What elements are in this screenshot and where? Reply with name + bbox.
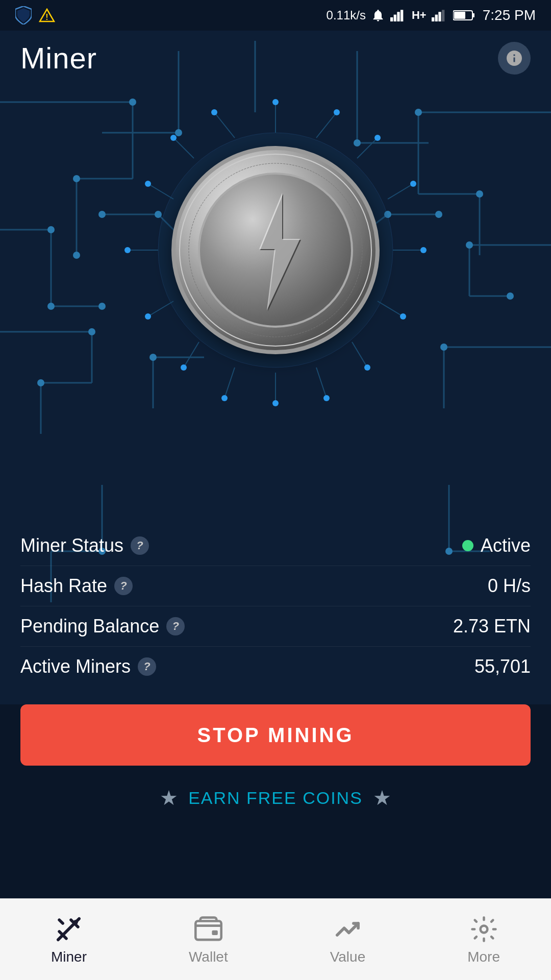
- miner-nav-icon: [54, 914, 84, 945]
- miner-status-help[interactable]: ?: [131, 536, 149, 555]
- svg-point-92: [420, 247, 427, 253]
- svg-rect-111: [212, 930, 217, 935]
- svg-point-100: [124, 247, 131, 253]
- value-nav-label: Value: [330, 949, 366, 965]
- page-title: Miner: [20, 41, 97, 75]
- svg-point-112: [480, 926, 487, 933]
- earn-free-coins-text: EARN FREE COINS: [188, 788, 363, 808]
- value-nav-icon: [332, 914, 363, 945]
- pending-balance-value: 2.73 ETN: [453, 616, 531, 637]
- svg-point-55: [415, 109, 422, 116]
- svg-text:!: !: [45, 13, 48, 21]
- svg-point-95: [323, 395, 330, 401]
- pending-balance-help[interactable]: ?: [166, 617, 185, 635]
- wallet-nav-icon: [193, 914, 223, 945]
- svg-point-50: [73, 175, 80, 182]
- active-miners-help[interactable]: ?: [138, 657, 156, 676]
- svg-point-93: [400, 313, 406, 320]
- active-miners-label: Active Miners ?: [20, 656, 156, 677]
- network-speed: 0.11k/s: [327, 8, 366, 22]
- active-miners-row: Active Miners ? 55,701: [20, 647, 531, 687]
- stop-mining-button[interactable]: STOP MINING: [20, 704, 531, 766]
- signal-icon-1: [390, 9, 407, 21]
- earn-star-right: ★: [373, 786, 391, 810]
- svg-point-51: [47, 226, 55, 233]
- svg-point-56: [476, 190, 483, 198]
- svg-point-57: [466, 241, 473, 249]
- earn-star-left: ★: [160, 786, 178, 810]
- pending-balance-label: Pending Balance ?: [20, 616, 185, 637]
- svg-point-54: [37, 379, 44, 386]
- svg-point-90: [374, 135, 381, 141]
- info-button[interactable]: [498, 42, 531, 75]
- svg-point-66: [73, 252, 80, 259]
- hash-rate-value: 0 H/s: [488, 575, 531, 597]
- svg-point-58: [440, 344, 447, 351]
- pending-balance-row: Pending Balance ? 2.73 ETN: [20, 606, 531, 647]
- info-icon: [505, 49, 523, 67]
- hash-rate-label: Hash Rate ?: [20, 575, 133, 597]
- svg-point-101: [145, 181, 151, 187]
- more-nav-label: More: [467, 949, 500, 965]
- more-nav-icon: [468, 914, 499, 945]
- svg-point-96: [272, 400, 279, 406]
- svg-rect-5: [432, 17, 434, 21]
- svg-point-99: [145, 313, 151, 320]
- svg-point-68: [98, 211, 106, 218]
- svg-point-69: [435, 211, 442, 218]
- svg-point-49: [129, 99, 136, 106]
- nav-item-value[interactable]: Value: [310, 909, 386, 970]
- svg-rect-10: [472, 13, 474, 17]
- hash-rate-row: Hash Rate ? 0 H/s: [20, 566, 531, 606]
- battery-icon: [453, 9, 475, 21]
- svg-point-91: [410, 181, 416, 187]
- action-section: STOP MINING ★ EARN FREE COINS ★: [0, 704, 551, 810]
- warning-icon: !: [39, 8, 55, 22]
- svg-point-67: [98, 303, 106, 310]
- stats-section: Miner Status ? Active Hash Rate ? 0 H/s …: [0, 516, 551, 697]
- svg-rect-7: [438, 12, 441, 21]
- svg-rect-3: [397, 12, 399, 21]
- svg-point-94: [364, 364, 370, 371]
- svg-point-88: [272, 99, 279, 105]
- bottom-nav: Miner Wallet Value: [0, 898, 551, 980]
- svg-point-97: [221, 395, 228, 401]
- svg-point-52: [47, 303, 55, 310]
- wallet-nav-label: Wallet: [189, 949, 228, 965]
- svg-rect-8: [442, 10, 444, 21]
- svg-point-53: [88, 328, 95, 335]
- status-bar-right: 0.11k/s H+ 7:25 PM: [327, 7, 536, 23]
- svg-point-59: [175, 129, 182, 136]
- miner-status-row: Miner Status ? Active: [20, 526, 531, 566]
- active-miners-value: 55,701: [474, 656, 531, 677]
- status-bar-left: !: [15, 6, 55, 24]
- nav-item-wallet[interactable]: Wallet: [168, 909, 248, 970]
- miner-status-label: Miner Status ?: [20, 535, 149, 556]
- network-type: H+: [412, 9, 427, 22]
- svg-rect-6: [435, 15, 437, 21]
- notification-icon: [371, 8, 385, 22]
- nav-item-more[interactable]: More: [447, 909, 520, 970]
- svg-rect-4: [400, 10, 403, 21]
- svg-rect-2: [394, 15, 396, 21]
- svg-rect-110: [195, 921, 221, 940]
- miner-status-value: Active: [462, 535, 531, 556]
- signal-icon-2: [432, 9, 448, 21]
- app-header: Miner: [0, 31, 551, 80]
- nav-item-miner[interactable]: Miner: [31, 909, 107, 970]
- earn-free-coins-link[interactable]: ★ EARN FREE COINS ★: [20, 786, 531, 810]
- status-bar: ! 0.11k/s H+ 7:25 PM: [0, 0, 551, 31]
- svg-rect-1: [390, 17, 393, 21]
- svg-point-61: [155, 211, 162, 218]
- svg-point-89: [334, 109, 340, 115]
- svg-point-63: [149, 354, 157, 361]
- svg-point-102: [170, 135, 177, 141]
- hash-rate-help[interactable]: ?: [114, 577, 133, 595]
- time: 7:25 PM: [483, 7, 536, 23]
- svg-rect-11: [454, 12, 465, 19]
- svg-point-109: [73, 920, 78, 924]
- svg-point-103: [211, 109, 217, 115]
- svg-point-60: [354, 139, 361, 146]
- svg-point-70: [507, 292, 514, 300]
- active-indicator: [462, 540, 473, 551]
